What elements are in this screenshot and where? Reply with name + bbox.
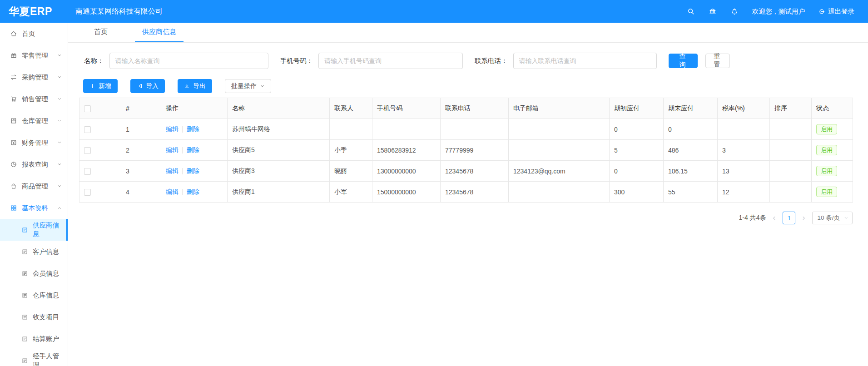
profile-icon [21,270,28,277]
sidebar-item-label: 商品管理 [22,182,48,191]
export-button[interactable]: 导出 [178,79,212,93]
import-icon [137,83,143,89]
report-pie-icon [10,161,17,168]
reset-button[interactable]: 重 置 [705,54,730,68]
sidebar-item-label: 零售管理 [22,51,48,60]
column-header-tax-rate: 税率(%) [718,98,770,119]
row-checkbox[interactable] [84,168,91,175]
sidebar-item-warehouse[interactable]: 仓库管理 [0,110,68,132]
sidebar-item-home[interactable]: 首页 [0,23,68,45]
cell-closing-payable: 106.15 [664,161,718,182]
sidebar-item-label: 基本资料 [22,204,48,213]
add-button[interactable]: 新增 [83,79,118,93]
sidebar-item-account[interactable]: 结算账户 [0,328,68,350]
sidebar-item-handler[interactable]: 经手人管理 [0,350,68,366]
chevron-down-icon [844,216,848,220]
profile-icon [21,292,28,299]
action-divider: | [182,125,184,133]
column-header-phone: 手机号码 [372,98,441,119]
tel-input[interactable] [513,53,657,69]
sidebar-item-report[interactable]: 报表查询 [0,153,68,175]
next-page-button[interactable] [800,216,807,221]
row-checkbox[interactable] [84,126,91,133]
select-all-checkbox[interactable] [84,105,91,112]
sidebar-item-purchase[interactable]: 采购管理 [0,66,68,88]
sidebar-item-finance[interactable]: 财务管理 [0,132,68,153]
column-header-actions: 操作 [161,98,228,119]
batch-actions-label: 批量操作 [231,82,257,90]
cell-sort [770,182,812,203]
tab-home[interactable]: 首页 [87,23,115,42]
chevron-down-icon [57,75,62,79]
delete-link[interactable]: 删除 [187,188,199,195]
cell-tel: 77779999 [441,140,509,161]
column-header-select [79,98,121,119]
edit-link[interactable]: 编辑 [166,167,179,174]
delete-link[interactable]: 删除 [187,125,199,133]
table-header-row: #操作名称联系人手机号码联系电话电子邮箱期初应付期末应付税率(%)排序状态 [79,98,853,119]
logout-label: 退出登录 [828,7,854,16]
status-badge: 启用 [816,187,837,197]
sidebar-item-retail[interactable]: 零售管理 [0,45,68,66]
row-checkbox[interactable] [84,147,91,154]
delete-link[interactable]: 删除 [187,167,199,174]
cell-actions: 编辑|删除 [161,140,228,161]
cell-closing-payable: 0 [664,119,718,140]
sidebar-item-depot[interactable]: 仓库信息 [0,284,68,306]
cell-select [79,182,121,203]
home-icon [10,30,17,37]
supplier-table-wrap: #操作名称联系人手机号码联系电话电子邮箱期初应付期末应付税率(%)排序状态1编辑… [79,98,868,203]
phone-input[interactable] [318,53,463,69]
chevron-up-icon [57,206,62,210]
finance-icon [10,139,17,146]
prev-page-button[interactable] [771,216,778,221]
delete-link[interactable]: 删除 [187,146,199,153]
column-header-contact: 联系人 [330,98,372,119]
cell-tel: 12345678 [441,161,509,182]
cell-select [79,161,121,182]
row-checkbox[interactable] [84,189,91,196]
edit-link[interactable]: 编辑 [166,146,179,153]
cell-email: 1234123@qq.com [509,161,610,182]
edit-link[interactable]: 编辑 [166,188,179,195]
cell-sort [770,161,812,182]
sidebar-item-inout[interactable]: 收支项目 [0,306,68,328]
search-icon[interactable] [687,7,695,15]
logout-button[interactable]: 退出登录 [818,7,854,16]
table-row: 3编辑|删除供应商3晓丽13000000000123456781234123@q… [79,161,853,182]
tab-supplier-info[interactable]: 供应商信息 [135,23,184,42]
cell-index: 2 [121,140,161,161]
action-divider: | [182,167,184,174]
sidebar-item-sales[interactable]: 销售管理 [0,88,68,110]
cell-actions: 编辑|删除 [161,182,228,203]
cell-tax-rate: 3 [718,140,770,161]
sidebar-item-goods[interactable]: 商品管理 [0,175,68,197]
sidebar-item-label: 报表查询 [22,160,48,169]
import-button[interactable]: 导入 [130,79,165,93]
cell-contact [330,119,372,140]
bell-icon[interactable] [730,7,739,15]
chevron-down-icon [57,162,62,167]
cell-status: 启用 [812,119,853,140]
page-size-select[interactable]: 10 条/页 [812,212,853,224]
toolbar: 新增 导入 导出 批量操作 [68,79,868,93]
table-row: 1编辑|删除苏州蜗牛网络00启用 [79,119,853,140]
sidebar-item-member[interactable]: 会员信息 [0,262,68,284]
cell-tax-rate [718,119,770,140]
query-button[interactable]: 查 询 [669,54,698,68]
edit-link[interactable]: 编辑 [166,125,179,133]
page-number-button[interactable]: 1 [783,212,795,224]
sidebar-item-label: 仓库信息 [33,291,59,300]
profile-icon [21,336,28,342]
cell-tax-rate: 12 [718,182,770,203]
name-input[interactable] [109,53,268,69]
table-row: 4编辑|删除供应商1小军15000000000123456783005512启用 [79,182,853,203]
name-label: 名称： [84,57,104,65]
company-name: 南通某某网络科技有限公司 [75,7,163,16]
sidebar-item-supplier[interactable]: 供应商信息 [0,219,68,241]
sidebar-item-basic[interactable]: 基本资料 [0,197,68,219]
download-icon [184,83,190,89]
batch-actions-button[interactable]: 批量操作 [225,79,271,93]
sidebar-item-customer[interactable]: 客户信息 [0,241,68,262]
bank-icon[interactable] [709,7,717,15]
